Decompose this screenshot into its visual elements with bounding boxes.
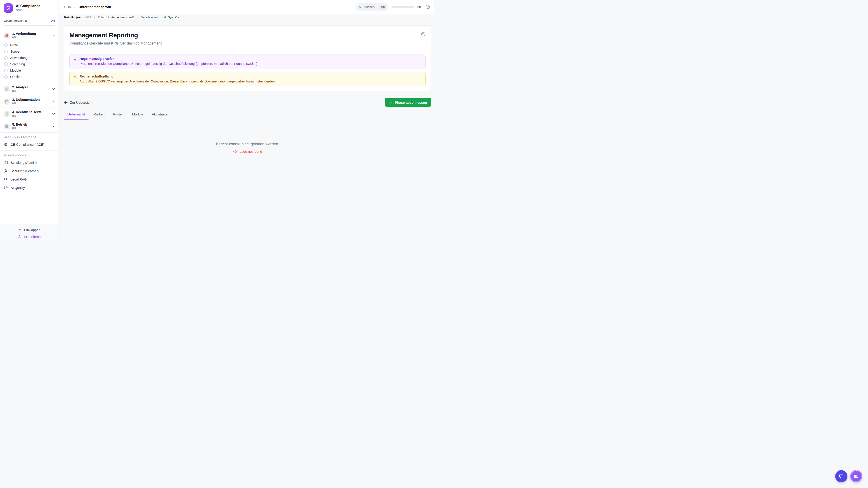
header-progress-bar [392, 6, 414, 8]
check-icon [389, 101, 393, 104]
tab-fristen[interactable]: Fristen [110, 112, 127, 119]
radio-circle-icon [4, 69, 8, 72]
check-circle-icon [4, 186, 8, 190]
hint-body: Praesentieren Sie den Compliance-Bericht… [80, 62, 258, 66]
tab-module[interactable]: Module [129, 112, 147, 119]
subitem-label: Anwendung [10, 56, 28, 60]
double-chevron-left-icon [18, 228, 22, 232]
chevron-up-icon [52, 34, 55, 37]
module-label: AI Quality [11, 186, 25, 190]
phase-item-rechtliche-texte[interactable]: 📝 4. Rechtliche Texte 0% [0, 107, 59, 120]
module-label: Schulung (Learner) [11, 169, 39, 173]
keyboard-shortcut-badge: ⌘K [379, 5, 386, 9]
last-visited-value: Unternehmensprofil [108, 15, 134, 19]
breadcrumb-root[interactable]: SDK [64, 5, 71, 9]
hint-list: Regelmaessig pruefen Praesentieren Sie d… [64, 51, 431, 91]
back-to-overview-link[interactable]: Zur Uebersicht [64, 100, 92, 105]
search-input[interactable]: Suchen... ⌘K [356, 3, 388, 11]
hint-box-tip: Regelmaessig pruefen Praesentieren Sie d… [69, 54, 426, 69]
page-content: Management Reporting Compliance-Berichte… [59, 21, 434, 244]
topbar: SDK Unternehmensprofil Suchen... ⌘K 0% [59, 0, 434, 14]
subitem-label: Profil [10, 43, 18, 47]
phase-item-dokumentation[interactable]: 📋 3. Dokumentation 0% [0, 95, 59, 107]
sidebar-footer: Einklappen Exportieren [0, 224, 59, 244]
tab-uebersicht[interactable]: Uebersicht [64, 112, 89, 119]
sync-status: Sync OK [164, 15, 180, 19]
sidebar-item-ce-compliance[interactable]: CE-Compliance (IACE) [0, 140, 59, 149]
subitem-label: Module [10, 69, 21, 72]
search-icon [359, 5, 362, 8]
chevron-down-icon [52, 125, 55, 128]
export-button[interactable]: Exportieren [18, 235, 40, 238]
last-visited-label: Zuletzt: [98, 15, 107, 19]
app-logo-row: AI Compliance SDK [0, 0, 59, 16]
chevron-down-icon [52, 87, 55, 91]
sync-status-label: Sync OK [168, 15, 180, 19]
user-icon [4, 169, 8, 173]
sidebar-item-profil[interactable]: Profil [0, 42, 59, 48]
sync-ok-dot-icon [164, 16, 166, 18]
magnifier-emoji-icon: 🔍 [4, 86, 10, 92]
version-badge: V001 [85, 15, 91, 19]
phase-label: 2. Analyse [12, 86, 28, 89]
search-icon [4, 177, 8, 182]
subitem-label: Scope [10, 50, 20, 53]
chevron-down-icon [52, 112, 55, 116]
empty-state: Bericht konnte nicht geladen werden. 404… [64, 142, 431, 153]
sidebar-item-schulung-admin[interactable]: Schulung (Admin) [0, 158, 59, 167]
sidebar: AI Compliance SDK Gesamtfortschritt 0% 🎯… [0, 0, 59, 244]
module-label: Legal RAG [11, 177, 27, 181]
collapse-sidebar-button[interactable]: Einklappen [18, 228, 40, 232]
module-label: Schulung (Admin) [11, 161, 37, 164]
complete-phase-button[interactable]: Phase abschliessen [385, 98, 431, 107]
hint-title: Rechenschaftspflicht [80, 74, 276, 78]
page-subtitle: Compliance-Berichte und KPIs fuer das To… [69, 41, 162, 45]
divider [137, 16, 137, 19]
overall-progress-label: Gesamtfortschritt [4, 19, 27, 22]
radio-circle-icon [4, 62, 8, 66]
upload-icon [18, 235, 22, 238]
overall-progress: Gesamtfortschritt 0% [0, 16, 59, 29]
tab-aktivitaeten[interactable]: Aktivitaeten [148, 112, 173, 119]
sidebar-item-module[interactable]: Module [0, 67, 59, 74]
collapse-label: Einklappen [24, 228, 40, 232]
sidebar-item-scope[interactable]: Scope [0, 48, 59, 55]
status-bar: Kein Projekt V001 Zuletzt: Unternehmensp… [59, 14, 434, 21]
header-progress-value: 0% [417, 5, 421, 9]
hint-box-warning: Rechenschaftspflicht Art. 5 Abs. 2 DSGVO… [69, 72, 426, 87]
radio-circle-icon [4, 75, 8, 78]
back-link-label: Zur Uebersicht [70, 101, 92, 104]
sidebar-item-screening[interactable]: Screening [0, 61, 59, 67]
phase-progress: 0% [12, 36, 36, 39]
section-label-maschinenrecht: MASCHINENRECHT / CE [0, 132, 59, 140]
phase-label: 5. Betrieb [12, 123, 27, 126]
help-icon[interactable] [421, 32, 426, 37]
subitem-label: Screening [10, 62, 25, 66]
breadcrumb-current: Unternehmensprofil [79, 5, 111, 9]
sidebar-item-quellen[interactable]: Quellen [0, 74, 59, 80]
phase-progress: 0% [12, 127, 27, 130]
arrow-left-icon [64, 100, 68, 105]
sidebar-item-anwendung[interactable]: Anwendung [0, 55, 59, 61]
tab-risiken[interactable]: Risiken [90, 112, 108, 119]
shield-check-icon [4, 3, 13, 13]
tab-bar: Uebersicht Risiken Fristen Module Aktivi… [64, 112, 431, 119]
help-icon[interactable] [426, 4, 430, 9]
section-label-zusatzmodule: ZUSATZMODULE [0, 151, 59, 158]
sidebar-item-schulung-learner[interactable]: Schulung (Learner) [0, 167, 59, 175]
phase-item-vorbereitung[interactable]: 🎯 1. Vorbereitung 0% [0, 29, 59, 41]
last-saved-time: Gerade eben [141, 15, 158, 19]
hint-title: Regelmaessig pruefen [80, 57, 258, 61]
chip-icon [4, 142, 8, 147]
radio-circle-icon [4, 50, 8, 53]
empty-state-message: Bericht konnte nicht geladen werden. [64, 142, 431, 147]
phase-item-betrieb[interactable]: ⚙️ 5. Betrieb 0% [0, 120, 59, 132]
target-emoji-icon: 🎯 [4, 33, 10, 39]
sidebar-item-legal-rag[interactable]: Legal RAG [0, 175, 59, 184]
sidebar-item-ai-quality[interactable]: AI Quality [0, 184, 59, 192]
clipboard-emoji-icon: 📋 [4, 98, 10, 105]
phase-item-analyse[interactable]: 🔍 2. Analyse 0% [0, 83, 59, 95]
module-header-card: Management Reporting Compliance-Berichte… [64, 25, 431, 91]
phase-progress: 0% [12, 102, 40, 105]
overall-progress-value: 0% [51, 19, 55, 22]
